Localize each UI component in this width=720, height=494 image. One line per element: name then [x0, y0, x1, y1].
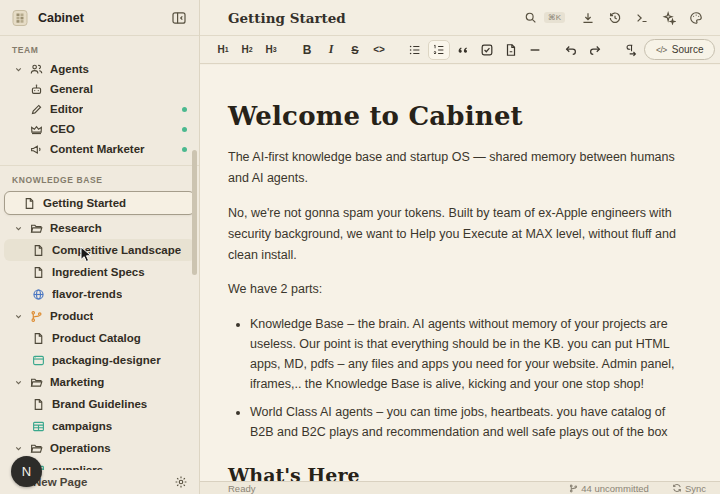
- main-panel: Getting Started ⌘K H1 H2 H3 B I S <>: [200, 0, 720, 494]
- folder-open-icon: [30, 442, 43, 455]
- team-section-label: TEAM: [0, 36, 199, 59]
- theme-button[interactable]: [686, 8, 706, 28]
- checkbox-icon: [480, 43, 494, 57]
- sidebar-item-label: Research: [50, 222, 102, 234]
- search-button[interactable]: [521, 8, 540, 27]
- sidebar: Cabinet TEAM Agents General Editor: [0, 0, 200, 494]
- redo-icon: [588, 43, 602, 57]
- redo-button[interactable]: [584, 40, 606, 60]
- chevron-down-icon: [14, 378, 23, 387]
- sidebar-tree: TEAM Agents General Editor CEO: [0, 36, 199, 470]
- status-bar: Ready 44 uncommitted Sync: [200, 481, 720, 494]
- sidebar-item-label: campaigns: [52, 420, 112, 432]
- gear-icon: [174, 475, 188, 489]
- sidebar-item-packaging-designer[interactable]: packaging-designer: [0, 349, 199, 371]
- editor-content[interactable]: Welcome to Cabinet The AI-first knowledg…: [200, 65, 720, 481]
- editor-toolbar: H1 H2 H3 B I S <> </> Source: [200, 36, 720, 64]
- folder-open-icon: [30, 222, 43, 235]
- sidebar-item-brand-guidelines[interactable]: Brand Guidelines: [0, 393, 199, 415]
- doc-paragraph: No, we're not gonna spam your tokens. Bu…: [228, 203, 692, 267]
- sidebar-item-product-catalog[interactable]: Product Catalog: [0, 327, 199, 349]
- sidebar-item-ingredient-specs[interactable]: Ingredient Specs: [0, 261, 199, 283]
- bold-button[interactable]: B: [296, 40, 318, 60]
- settings-button[interactable]: [172, 473, 190, 491]
- italic-button[interactable]: I: [320, 40, 342, 60]
- sidebar-item-editor[interactable]: Editor: [0, 99, 199, 119]
- sidebar-item-agents[interactable]: Agents: [0, 59, 199, 79]
- source-toggle-button[interactable]: </> Source: [644, 39, 715, 60]
- source-label: Source: [672, 44, 704, 55]
- users-icon: [30, 63, 43, 76]
- attach-file-button[interactable]: [500, 40, 522, 60]
- folder-open-icon: [30, 376, 43, 389]
- status-sync-button[interactable]: Sync: [685, 483, 706, 494]
- sidebar-item-label: Ingredient Specs: [52, 266, 145, 278]
- task-list-button[interactable]: [476, 40, 498, 60]
- inline-code-button[interactable]: <>: [368, 40, 390, 60]
- document-icon: [32, 332, 45, 345]
- undo-button[interactable]: [560, 40, 582, 60]
- panel-collapse-icon: [171, 10, 187, 26]
- user-avatar[interactable]: N: [11, 456, 42, 487]
- git-branch-icon: [569, 484, 578, 493]
- cabinet-logo-icon: [10, 8, 30, 28]
- sidebar-item-label: Getting Started: [43, 197, 126, 209]
- browser-window-icon: [32, 354, 45, 367]
- document-icon: [32, 398, 45, 411]
- document-icon: [32, 244, 45, 257]
- sidebar-item-research[interactable]: Research: [0, 217, 199, 239]
- sidebar-item-content-marketer[interactable]: Content Marketer: [0, 139, 199, 159]
- pencil-icon: [30, 103, 43, 116]
- crown-icon: [30, 123, 43, 136]
- undo-icon: [564, 43, 578, 57]
- sidebar-item-ceo[interactable]: CEO: [0, 119, 199, 139]
- sidebar-item-label: Operations: [50, 442, 111, 454]
- terminal-icon: [635, 11, 649, 25]
- document-header: Getting Started ⌘K: [200, 0, 720, 36]
- sidebar-item-general[interactable]: General: [0, 79, 199, 99]
- chevron-down-icon: [14, 312, 23, 321]
- horizontal-rule-button[interactable]: [524, 40, 546, 60]
- sidebar-item-getting-started[interactable]: Getting Started: [4, 191, 195, 215]
- terminal-button[interactable]: [632, 8, 652, 28]
- sidebar-scrollbar[interactable]: [192, 150, 197, 275]
- sidebar-item-label: packaging-designer: [52, 354, 161, 366]
- sidebar-item-competitive-landscape[interactable]: Competitive Landscape: [4, 239, 195, 261]
- h1-label: H: [217, 44, 224, 55]
- hard-break-button[interactable]: [620, 40, 642, 60]
- status-uncommitted: 44 uncommitted: [581, 483, 649, 494]
- sidebar-item-product[interactable]: Product: [0, 305, 199, 327]
- online-status-dot: [182, 147, 187, 152]
- search-icon: [524, 11, 537, 24]
- collapse-sidebar-button[interactable]: [169, 8, 189, 28]
- blockquote-icon: [456, 43, 470, 57]
- new-page-button[interactable]: New Page: [33, 476, 87, 488]
- sidebar-item-flavor-trends[interactable]: flavor-trends: [0, 283, 199, 305]
- ai-assistant-button[interactable]: [659, 8, 679, 28]
- git-branch-icon: [30, 310, 43, 323]
- doc-bullet-list: Knowledge Base – the brain. AI agents wi…: [228, 314, 692, 443]
- table-grid-icon: [32, 420, 45, 433]
- export-button[interactable]: [578, 8, 598, 28]
- sidebar-item-label: flavor-trends: [52, 288, 122, 300]
- document-icon: [32, 266, 45, 279]
- strikethrough-button[interactable]: S: [344, 40, 366, 60]
- sidebar-item-campaigns[interactable]: campaigns: [0, 415, 199, 437]
- status-ready: Ready: [228, 483, 255, 494]
- heading1-button[interactable]: H1: [212, 40, 234, 60]
- heading2-button[interactable]: H2: [236, 40, 258, 60]
- numbered-list-button[interactable]: [428, 40, 450, 60]
- heading3-button[interactable]: H3: [260, 40, 282, 60]
- h3-sub: 3: [273, 46, 277, 53]
- file-icon: [504, 43, 518, 57]
- bullet-list-button[interactable]: [404, 40, 426, 60]
- history-button[interactable]: [605, 8, 625, 28]
- doc-list-item: Knowledge Base – the brain. AI agents wi…: [250, 314, 692, 395]
- sidebar-item-label: Brand Guidelines: [52, 398, 147, 410]
- blockquote-button[interactable]: [452, 40, 474, 60]
- online-status-dot: [182, 127, 187, 132]
- globe-icon: [32, 288, 45, 301]
- sidebar-item-marketing[interactable]: Marketing: [0, 371, 199, 393]
- document-icon: [23, 197, 36, 210]
- minus-icon: [528, 43, 542, 57]
